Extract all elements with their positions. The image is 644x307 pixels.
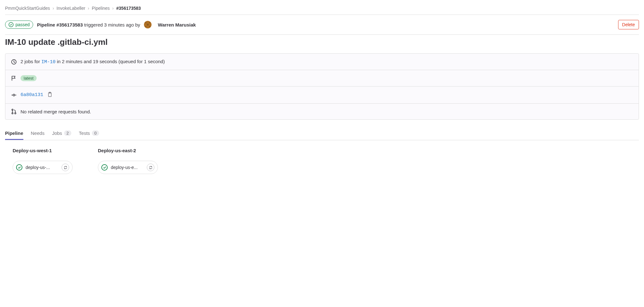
chevron-right-icon: › (88, 6, 89, 11)
breadcrumb-current: #356173583 (116, 6, 141, 11)
tabs: Pipeline Needs Jobs 2 Tests 0 (5, 127, 639, 140)
pipeline-meta: Pipeline #356173583 triggered 3 minutes … (37, 22, 140, 27)
pipeline-stages: Deploy-us-west-1 deploy-us-... Deploy-us… (5, 148, 639, 174)
tests-count: 0 (92, 130, 99, 136)
svg-point-6 (12, 113, 13, 114)
tab-needs[interactable]: Needs (31, 127, 45, 140)
page-title: IM-10 update .gitlab-ci.yml (5, 37, 639, 47)
svg-point-7 (15, 113, 16, 114)
info-row-latest: latest (5, 70, 639, 87)
check-icon (103, 166, 106, 169)
breadcrumb-project[interactable]: PmmQuickStartGuides (5, 6, 50, 11)
retry-icon (149, 166, 153, 170)
chevron-right-icon: › (112, 6, 114, 11)
pipeline-id: Pipeline #356173583 (37, 22, 83, 27)
job-pill[interactable]: deploy-us-e... (98, 161, 158, 174)
breadcrumb-section[interactable]: Pipelines (92, 6, 110, 11)
job-pill[interactable]: deploy-us-... (13, 161, 73, 174)
latest-tag: latest (21, 75, 37, 81)
divider (5, 34, 639, 35)
status-label: passed (15, 22, 30, 27)
clipboard-icon (47, 92, 53, 97)
jobs-summary: 2 jobs for IM-10 in 2 minutes and 19 sec… (21, 59, 165, 65)
check-circle-icon (9, 22, 14, 27)
info-row-jobs: 2 jobs for IM-10 in 2 minutes and 19 sec… (5, 54, 639, 70)
tab-jobs[interactable]: Jobs 2 (52, 127, 71, 140)
pipeline-info-box: 2 jobs for IM-10 in 2 minutes and 19 sec… (5, 53, 639, 120)
job-name: deploy-us-e... (111, 165, 144, 170)
retry-button[interactable] (147, 164, 154, 171)
tab-pipeline[interactable]: Pipeline (5, 127, 23, 140)
merge-request-icon (11, 109, 17, 114)
pipeline-header-left: passed Pipeline #356173583 triggered 3 m… (5, 21, 196, 29)
mr-text: No related merge requests found. (21, 109, 91, 114)
job-status-passed (101, 164, 108, 171)
commit-icon (11, 92, 17, 98)
breadcrumb: PmmQuickStartGuides › InvokeLabeller › P… (5, 3, 639, 15)
branch-link[interactable]: IM-10 (41, 59, 56, 65)
stage-column: Deploy-us-east-2 deploy-us-e... (98, 148, 158, 174)
svg-point-5 (12, 109, 13, 110)
job-status-passed (16, 164, 22, 171)
info-row-mr: No related merge requests found. (5, 104, 639, 119)
stage-column: Deploy-us-west-1 deploy-us-... (13, 148, 73, 174)
breadcrumb-repo[interactable]: InvokeLabeller (57, 6, 85, 11)
check-icon (18, 166, 21, 169)
flag-icon (11, 75, 17, 81)
chevron-right-icon: › (52, 6, 54, 11)
triggered-text: triggered 3 minutes ago by (84, 22, 140, 27)
retry-icon (63, 166, 68, 170)
retry-button[interactable] (62, 164, 69, 171)
svg-point-2 (13, 94, 15, 96)
jobs-count: 2 (64, 130, 71, 136)
status-badge-passed[interactable]: passed (5, 21, 33, 29)
delete-button[interactable]: Delete (618, 20, 639, 29)
avatar[interactable] (144, 21, 152, 28)
info-row-commit: 6a80a131 (5, 87, 639, 104)
copy-button[interactable] (47, 92, 53, 98)
author-name[interactable]: Warren Marusiak (158, 22, 196, 27)
stage-name: Deploy-us-east-2 (98, 148, 158, 153)
job-name: deploy-us-... (26, 165, 58, 170)
tab-tests[interactable]: Tests 0 (79, 127, 99, 140)
stage-name: Deploy-us-west-1 (13, 148, 73, 153)
commit-sha-link[interactable]: 6a80a131 (21, 92, 43, 98)
clock-icon (11, 59, 17, 65)
pipeline-header: passed Pipeline #356173583 triggered 3 m… (5, 15, 639, 34)
